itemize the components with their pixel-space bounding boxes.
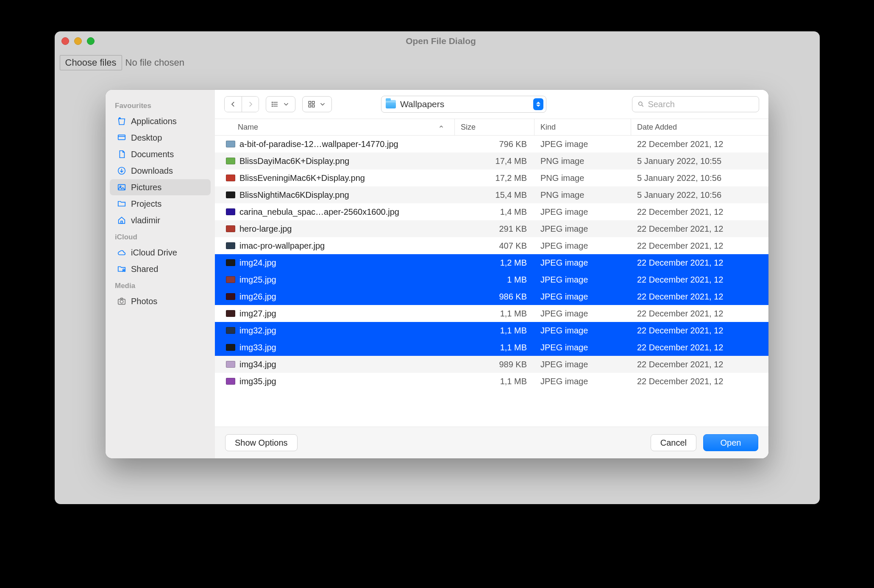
file-name-cell: imac-pro-wallpaper.jpg bbox=[215, 241, 455, 251]
file-kind-cell: JPEG image bbox=[534, 258, 631, 268]
view-list-button[interactable] bbox=[266, 96, 295, 112]
file-row[interactable]: img26.jpg986 KBJPEG image22 December 202… bbox=[215, 288, 768, 305]
search-icon bbox=[637, 100, 644, 108]
file-date-cell: 5 January 2022, 10:56 bbox=[631, 190, 768, 200]
sidebar-item-projects[interactable]: Projects bbox=[110, 196, 211, 212]
chevron-left-icon bbox=[229, 100, 237, 108]
column-date[interactable]: Date Added bbox=[631, 119, 768, 135]
file-kind-cell: JPEG image bbox=[534, 275, 631, 285]
file-row[interactable]: a-bit-of-paradise-12…wallpaper-14770.jpg… bbox=[215, 136, 768, 153]
file-kind-cell: JPEG image bbox=[534, 207, 631, 217]
current-folder-label: Wallpapers bbox=[400, 99, 529, 109]
file-name-cell: img34.jpg bbox=[215, 360, 455, 369]
file-row[interactable]: carina_nebula_spac…aper-2560x1600.jpg1,4… bbox=[215, 203, 768, 220]
file-name-cell: a-bit-of-paradise-12…wallpaper-14770.jpg bbox=[215, 139, 455, 149]
folder-popup[interactable]: Wallpapers bbox=[381, 96, 546, 113]
camera-icon bbox=[117, 296, 127, 306]
file-thumbnail-icon bbox=[226, 242, 235, 249]
download-icon bbox=[117, 166, 127, 176]
open-button[interactable]: Open bbox=[703, 434, 758, 451]
sidebar-item-downloads[interactable]: Downloads bbox=[110, 163, 211, 179]
file-row[interactable]: img32.jpg1,1 MBJPEG image22 December 202… bbox=[215, 322, 768, 339]
file-kind-cell: JPEG image bbox=[534, 326, 631, 336]
file-date-cell: 22 December 2021, 12 bbox=[631, 207, 768, 217]
file-row[interactable]: BlissNightiMac6KDisplay.png15,4 MBPNG im… bbox=[215, 186, 768, 203]
chevron-right-icon bbox=[247, 100, 254, 108]
updown-icon bbox=[533, 98, 543, 110]
file-name-label: a-bit-of-paradise-12…wallpaper-14770.jpg bbox=[239, 139, 398, 149]
chevron-down-icon bbox=[319, 100, 326, 108]
file-name-label: BlissNightiMac6KDisplay.png bbox=[239, 190, 349, 200]
file-row[interactable]: img34.jpg989 KBJPEG image22 December 202… bbox=[215, 356, 768, 373]
file-kind-cell: JPEG image bbox=[534, 241, 631, 251]
column-name[interactable]: Name bbox=[215, 119, 455, 135]
show-options-button[interactable]: Show Options bbox=[225, 434, 298, 451]
sidebar-item-applications[interactable]: Applications bbox=[110, 113, 211, 129]
sidebar-item-desktop[interactable]: Desktop bbox=[110, 130, 211, 146]
file-thumbnail-icon bbox=[226, 158, 235, 164]
file-date-cell: 22 December 2021, 12 bbox=[631, 139, 768, 149]
file-thumbnail-icon bbox=[226, 327, 235, 334]
sidebar-item-documents[interactable]: Documents bbox=[110, 146, 211, 162]
sidebar-item-shared[interactable]: Shared bbox=[110, 261, 211, 277]
file-row[interactable]: hero-large.jpg291 KBJPEG image22 Decembe… bbox=[215, 220, 768, 237]
file-size-cell: 1,1 MB bbox=[455, 377, 534, 386]
file-size-cell: 986 KB bbox=[455, 292, 534, 302]
file-date-cell: 22 December 2021, 12 bbox=[631, 326, 768, 336]
column-size[interactable]: Size bbox=[455, 119, 534, 135]
column-kind-label: Kind bbox=[540, 123, 556, 132]
sidebar-heading: Favourites bbox=[106, 97, 215, 113]
file-thumbnail-icon bbox=[226, 208, 235, 215]
file-name-cell: BlissDayiMac6K+Display.png bbox=[215, 156, 455, 166]
sidebar-item-label: iCloud Drive bbox=[131, 248, 177, 258]
desktop-icon bbox=[117, 133, 127, 143]
search-input[interactable] bbox=[648, 100, 754, 109]
svg-rect-18 bbox=[309, 105, 311, 107]
file-row[interactable]: img35.jpg1,1 MBJPEG image22 December 202… bbox=[215, 373, 768, 390]
column-date-label: Date Added bbox=[637, 123, 677, 132]
file-date-cell: 22 December 2021, 12 bbox=[631, 377, 768, 386]
file-date-cell: 5 January 2022, 10:55 bbox=[631, 156, 768, 166]
file-kind-cell: JPEG image bbox=[534, 224, 631, 234]
file-name-label: img24.jpg bbox=[239, 258, 276, 268]
file-name-label: img27.jpg bbox=[239, 309, 276, 319]
file-row[interactable]: img25.jpg1 MBJPEG image22 December 2021,… bbox=[215, 271, 768, 288]
file-name-label: BlissDayiMac6K+Display.png bbox=[239, 156, 349, 166]
apps-icon bbox=[117, 116, 127, 126]
file-list[interactable]: a-bit-of-paradise-12…wallpaper-14770.jpg… bbox=[215, 136, 768, 427]
file-name-label: carina_nebula_spac…aper-2560x1600.jpg bbox=[239, 207, 399, 217]
sidebar-item-photos[interactable]: Photos bbox=[110, 293, 211, 309]
svg-rect-16 bbox=[309, 101, 311, 103]
search-field[interactable] bbox=[632, 96, 759, 112]
sidebar-item-label: Desktop bbox=[131, 133, 162, 143]
file-row[interactable]: img33.jpg1,1 MBJPEG image22 December 202… bbox=[215, 339, 768, 356]
file-row[interactable]: imac-pro-wallpaper.jpg407 KBJPEG image22… bbox=[215, 237, 768, 254]
file-size-cell: 1 MB bbox=[455, 275, 534, 285]
sidebar-item-vladimir[interactable]: vladimir bbox=[110, 212, 211, 228]
cancel-button[interactable]: Cancel bbox=[651, 434, 696, 451]
file-kind-cell: JPEG image bbox=[534, 377, 631, 386]
file-name-cell: img35.jpg bbox=[215, 377, 455, 386]
file-row[interactable]: img27.jpg1,1 MBJPEG image22 December 202… bbox=[215, 305, 768, 322]
grid-icon bbox=[308, 100, 315, 108]
file-size-cell: 989 KB bbox=[455, 360, 534, 369]
file-name-label: img26.jpg bbox=[239, 292, 276, 302]
nav-buttons bbox=[224, 96, 259, 112]
back-button[interactable] bbox=[225, 97, 242, 112]
column-kind[interactable]: Kind bbox=[534, 119, 631, 135]
sidebar-item-label: vladimir bbox=[131, 216, 160, 225]
svg-point-20 bbox=[639, 102, 642, 105]
file-row[interactable]: img24.jpg1,2 MBJPEG image22 December 202… bbox=[215, 254, 768, 271]
sidebar: FavouritesApplicationsDesktopDocumentsDo… bbox=[106, 90, 215, 458]
sidebar-item-icloud-drive[interactable]: iCloud Drive bbox=[110, 244, 211, 261]
file-date-cell: 22 December 2021, 12 bbox=[631, 292, 768, 302]
file-name-cell: BlissNightiMac6KDisplay.png bbox=[215, 190, 455, 200]
file-row[interactable]: BlissEveningiMac6K+Display.png17,2 MBPNG… bbox=[215, 169, 768, 186]
file-row[interactable]: BlissDayiMac6K+Display.png17,4 MBPNG ima… bbox=[215, 153, 768, 169]
file-kind-cell: JPEG image bbox=[534, 139, 631, 149]
folder-icon bbox=[386, 100, 396, 108]
file-name-label: img33.jpg bbox=[239, 343, 276, 352]
sidebar-item-pictures[interactable]: Pictures bbox=[110, 179, 211, 195]
forward-button[interactable] bbox=[242, 97, 259, 112]
group-by-button[interactable] bbox=[302, 96, 332, 112]
